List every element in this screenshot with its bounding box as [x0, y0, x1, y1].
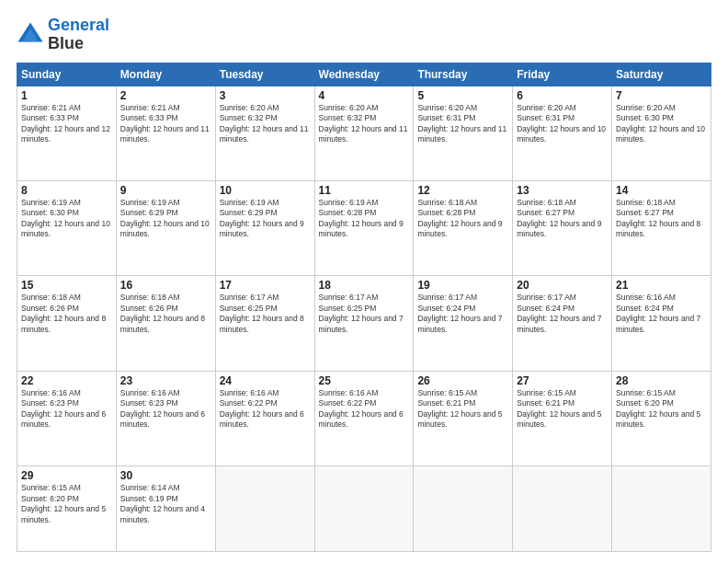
day-number: 23: [120, 374, 211, 387]
calendar-cell: 30Sunrise: 6:14 AMSunset: 6:19 PMDayligh…: [116, 466, 215, 552]
calendar-cell: 21Sunrise: 6:16 AMSunset: 6:24 PMDayligh…: [612, 276, 711, 371]
day-info: Sunrise: 6:20 AMSunset: 6:31 PMDaylight:…: [517, 103, 608, 145]
calendar-cell: 18Sunrise: 6:17 AMSunset: 6:25 PMDayligh…: [314, 276, 414, 371]
calendar-cell: 19Sunrise: 6:17 AMSunset: 6:24 PMDayligh…: [414, 276, 513, 371]
day-number: 17: [220, 279, 311, 292]
day-info: Sunrise: 6:16 AMSunset: 6:22 PMDaylight:…: [319, 388, 410, 431]
logo-icon: [17, 21, 44, 49]
day-info: Sunrise: 6:15 AMSunset: 6:21 PMDaylight:…: [417, 388, 508, 431]
calendar-cell: 9Sunrise: 6:19 AMSunset: 6:29 PMDaylight…: [116, 180, 215, 275]
day-info: Sunrise: 6:19 AMSunset: 6:28 PMDaylight:…: [319, 198, 410, 240]
calendar-cell: 20Sunrise: 6:17 AMSunset: 6:24 PMDayligh…: [513, 276, 612, 371]
calendar-cell: 5Sunrise: 6:20 AMSunset: 6:31 PMDaylight…: [414, 86, 513, 180]
calendar-cell: [414, 466, 513, 552]
calendar-cell: 22Sunrise: 6:16 AMSunset: 6:23 PMDayligh…: [17, 371, 117, 465]
day-info: Sunrise: 6:17 AMSunset: 6:25 PMDaylight:…: [220, 293, 311, 335]
page: General Blue SundayMondayTuesdayWednesda…: [0, 0, 728, 563]
day-info: Sunrise: 6:18 AMSunset: 6:26 PMDaylight:…: [21, 293, 112, 335]
day-info: Sunrise: 6:16 AMSunset: 6:23 PMDaylight:…: [120, 388, 211, 431]
calendar-cell: 24Sunrise: 6:16 AMSunset: 6:22 PMDayligh…: [215, 371, 314, 465]
calendar-cell: 10Sunrise: 6:19 AMSunset: 6:29 PMDayligh…: [215, 180, 314, 275]
calendar-table: SundayMondayTuesdayWednesdayThursdayFrid…: [17, 63, 711, 552]
day-info: Sunrise: 6:17 AMSunset: 6:24 PMDaylight:…: [417, 293, 508, 335]
day-number: 6: [517, 89, 608, 102]
day-number: 30: [120, 469, 211, 482]
calendar-cell: 12Sunrise: 6:18 AMSunset: 6:28 PMDayligh…: [414, 180, 513, 275]
calendar-week-5: 29Sunrise: 6:15 AMSunset: 6:20 PMDayligh…: [17, 466, 711, 552]
calendar-cell: 3Sunrise: 6:20 AMSunset: 6:32 PMDaylight…: [215, 86, 314, 180]
day-number: 28: [616, 374, 707, 387]
day-info: Sunrise: 6:18 AMSunset: 6:27 PMDaylight:…: [616, 198, 707, 240]
day-info: Sunrise: 6:14 AMSunset: 6:19 PMDaylight:…: [120, 483, 211, 525]
day-number: 2: [120, 89, 211, 102]
day-number: 3: [220, 89, 311, 102]
calendar-cell: 17Sunrise: 6:17 AMSunset: 6:25 PMDayligh…: [215, 276, 314, 371]
day-number: 18: [319, 279, 410, 292]
day-info: Sunrise: 6:17 AMSunset: 6:25 PMDaylight:…: [319, 293, 410, 335]
calendar-week-3: 15Sunrise: 6:18 AMSunset: 6:26 PMDayligh…: [17, 276, 711, 371]
day-info: Sunrise: 6:18 AMSunset: 6:26 PMDaylight:…: [120, 293, 211, 335]
day-number: 19: [417, 279, 508, 292]
calendar-cell: 13Sunrise: 6:18 AMSunset: 6:27 PMDayligh…: [513, 180, 612, 275]
calendar-cell: [513, 466, 612, 552]
day-info: Sunrise: 6:20 AMSunset: 6:32 PMDaylight:…: [319, 103, 410, 145]
day-info: Sunrise: 6:20 AMSunset: 6:30 PMDaylight:…: [616, 103, 707, 145]
calendar-cell: [215, 466, 314, 552]
day-number: 4: [319, 89, 410, 102]
day-number: 14: [616, 184, 707, 197]
calendar-cell: 14Sunrise: 6:18 AMSunset: 6:27 PMDayligh…: [612, 180, 711, 275]
calendar-cell: 26Sunrise: 6:15 AMSunset: 6:21 PMDayligh…: [414, 371, 513, 465]
day-number: 1: [21, 89, 112, 102]
calendar-cell: 23Sunrise: 6:16 AMSunset: 6:23 PMDayligh…: [116, 371, 215, 465]
day-info: Sunrise: 6:16 AMSunset: 6:22 PMDaylight:…: [220, 388, 311, 431]
calendar-cell: [612, 466, 711, 552]
day-number: 9: [120, 184, 211, 197]
calendar-cell: 2Sunrise: 6:21 AMSunset: 6:33 PMDaylight…: [116, 86, 215, 180]
day-number: 15: [21, 279, 112, 292]
day-info: Sunrise: 6:19 AMSunset: 6:30 PMDaylight:…: [21, 198, 112, 240]
day-info: Sunrise: 6:15 AMSunset: 6:20 PMDaylight:…: [21, 483, 112, 525]
day-info: Sunrise: 6:15 AMSunset: 6:21 PMDaylight:…: [517, 388, 608, 431]
day-number: 10: [220, 184, 311, 197]
calendar-week-4: 22Sunrise: 6:16 AMSunset: 6:23 PMDayligh…: [17, 371, 711, 465]
weekday-header-wednesday: Wednesday: [314, 63, 414, 86]
weekday-header-sunday: Sunday: [17, 63, 117, 86]
day-number: 24: [220, 374, 311, 387]
day-number: 26: [417, 374, 508, 387]
calendar-cell: 1Sunrise: 6:21 AMSunset: 6:33 PMDaylight…: [17, 86, 117, 180]
day-number: 16: [120, 279, 211, 292]
logo: General Blue: [17, 17, 109, 53]
calendar-cell: 15Sunrise: 6:18 AMSunset: 6:26 PMDayligh…: [17, 276, 117, 371]
day-info: Sunrise: 6:18 AMSunset: 6:27 PMDaylight:…: [517, 198, 608, 240]
day-number: 27: [517, 374, 608, 387]
day-info: Sunrise: 6:21 AMSunset: 6:33 PMDaylight:…: [21, 103, 112, 145]
calendar-cell: 7Sunrise: 6:20 AMSunset: 6:30 PMDaylight…: [612, 86, 711, 180]
calendar-cell: 25Sunrise: 6:16 AMSunset: 6:22 PMDayligh…: [314, 371, 414, 465]
day-number: 5: [417, 89, 508, 102]
calendar-cell: 8Sunrise: 6:19 AMSunset: 6:30 PMDaylight…: [17, 180, 117, 275]
calendar-cell: 28Sunrise: 6:15 AMSunset: 6:20 PMDayligh…: [612, 371, 711, 465]
calendar-cell: 6Sunrise: 6:20 AMSunset: 6:31 PMDaylight…: [513, 86, 612, 180]
logo-text: General Blue: [48, 17, 109, 53]
day-info: Sunrise: 6:21 AMSunset: 6:33 PMDaylight:…: [120, 103, 211, 145]
day-info: Sunrise: 6:20 AMSunset: 6:32 PMDaylight:…: [220, 103, 311, 145]
header: General Blue: [17, 17, 711, 53]
calendar-cell: 16Sunrise: 6:18 AMSunset: 6:26 PMDayligh…: [116, 276, 215, 371]
day-info: Sunrise: 6:19 AMSunset: 6:29 PMDaylight:…: [220, 198, 311, 240]
day-number: 25: [319, 374, 410, 387]
day-info: Sunrise: 6:16 AMSunset: 6:23 PMDaylight:…: [21, 388, 112, 431]
weekday-header-friday: Friday: [513, 63, 612, 86]
weekday-header-row: SundayMondayTuesdayWednesdayThursdayFrid…: [17, 63, 711, 86]
calendar-cell: 4Sunrise: 6:20 AMSunset: 6:32 PMDaylight…: [314, 86, 414, 180]
day-number: 12: [417, 184, 508, 197]
calendar-cell: [314, 466, 414, 552]
day-number: 29: [21, 469, 112, 482]
calendar-cell: 11Sunrise: 6:19 AMSunset: 6:28 PMDayligh…: [314, 180, 414, 275]
calendar-cell: 29Sunrise: 6:15 AMSunset: 6:20 PMDayligh…: [17, 466, 117, 552]
calendar-cell: 27Sunrise: 6:15 AMSunset: 6:21 PMDayligh…: [513, 371, 612, 465]
day-number: 11: [319, 184, 410, 197]
weekday-header-tuesday: Tuesday: [215, 63, 314, 86]
weekday-header-thursday: Thursday: [414, 63, 513, 86]
day-number: 8: [21, 184, 112, 197]
day-number: 21: [616, 279, 707, 292]
